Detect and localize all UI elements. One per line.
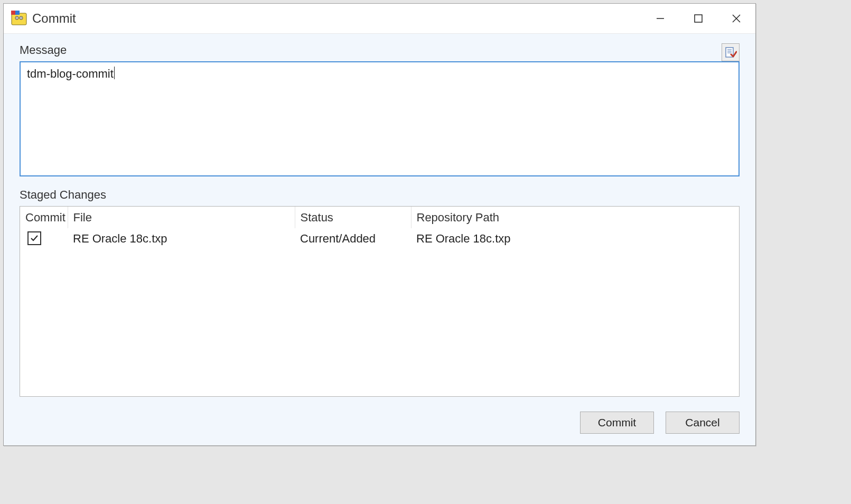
staged-changes-label: Staged Changes bbox=[20, 188, 740, 202]
titlebar: Commit bbox=[4, 4, 755, 34]
column-header-status[interactable]: Status bbox=[295, 207, 411, 228]
svg-rect-0 bbox=[12, 13, 26, 25]
commit-message-input[interactable]: tdm-blog-commit bbox=[20, 61, 740, 176]
svg-rect-6 bbox=[15, 11, 20, 15]
row-commit-checkbox[interactable] bbox=[27, 231, 41, 245]
commit-button[interactable]: Commit bbox=[580, 412, 654, 434]
commit-message-text: tdm-blog-commit bbox=[27, 67, 114, 80]
window-title: Commit bbox=[32, 11, 76, 26]
cancel-button[interactable]: Cancel bbox=[666, 412, 740, 434]
staged-changes-grid[interactable]: Commit File Status Repository Path bbox=[20, 206, 740, 397]
message-label: Message bbox=[20, 43, 67, 57]
maximize-button[interactable] bbox=[679, 4, 717, 33]
commit-dialog: Commit Message bbox=[3, 3, 756, 446]
column-header-repo-path[interactable]: Repository Path bbox=[411, 207, 739, 228]
svg-rect-8 bbox=[695, 15, 702, 22]
text-caret bbox=[114, 67, 115, 79]
svg-point-3 bbox=[16, 17, 17, 18]
column-header-file[interactable]: File bbox=[68, 207, 295, 228]
row-status: Current/Added bbox=[295, 228, 411, 250]
svg-rect-5 bbox=[11, 11, 15, 15]
close-button[interactable] bbox=[717, 4, 755, 33]
row-file: RE Oracle 18c.txp bbox=[68, 228, 295, 250]
message-history-button[interactable] bbox=[722, 43, 740, 61]
minimize-button[interactable] bbox=[641, 4, 679, 33]
table-row[interactable]: RE Oracle 18c.txp Current/Added RE Oracl… bbox=[20, 228, 739, 250]
column-header-commit[interactable]: Commit bbox=[20, 207, 68, 228]
toad-app-icon bbox=[11, 11, 27, 26]
svg-point-4 bbox=[21, 17, 22, 18]
row-repo-path: RE Oracle 18c.txp bbox=[411, 228, 739, 250]
grid-header-row: Commit File Status Repository Path bbox=[20, 207, 739, 228]
